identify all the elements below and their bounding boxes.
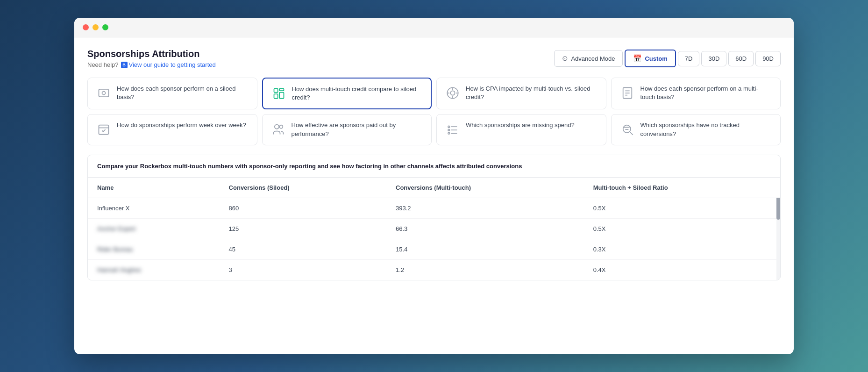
calendar-check-icon: [95, 121, 112, 138]
svg-line-27: [630, 132, 633, 135]
svg-point-22: [448, 133, 450, 135]
data-table: Name Conversions (Siloed) Conversions (M…: [88, 178, 780, 280]
svg-rect-2: [274, 89, 277, 93]
question-text-2: How is CPA impacted by multi-touch vs. s…: [466, 85, 598, 101]
cell-ratio-3: 0.4X: [584, 259, 780, 280]
cell-name-0: Influencer X: [88, 198, 220, 218]
period-90d-button[interactable]: 90D: [755, 51, 781, 66]
advanced-mode-icon: ⊙: [562, 54, 568, 63]
search-filter-icon: [619, 121, 636, 138]
question-card-7[interactable]: Which sponsorships have no tracked conve…: [611, 114, 781, 145]
col-header-name[interactable]: Name: [88, 178, 220, 198]
people-icon: [270, 121, 287, 138]
main-window: Sponsorships Attribution Need help? B Vi…: [74, 18, 794, 354]
cell-ratio-2: 0.3X: [584, 239, 780, 259]
question-text-0: How does each sponsor perform on a siloe…: [117, 85, 249, 101]
header-left: Sponsorships Attribution Need help? B Vi…: [87, 49, 216, 68]
cell-ratio-1: 0.5X: [584, 218, 780, 239]
cell-name-2: Rider Bureau: [88, 239, 220, 259]
guide-link[interactable]: B View our guide to getting started: [121, 61, 216, 68]
col-header-conv-siloed[interactable]: Conversions (Siloed): [220, 178, 386, 198]
cell-conv-siloed-3: 3: [220, 259, 386, 280]
question-text-4: How do sponsorships perform week over we…: [117, 121, 246, 129]
cell-conv-siloed-0: 860: [220, 198, 386, 218]
svg-rect-16: [99, 125, 109, 135]
svg-rect-3: [274, 94, 277, 98]
period-30d-button[interactable]: 30D: [701, 51, 726, 66]
compare-section: Compare your Rockerbox multi-touch numbe…: [87, 155, 781, 280]
question-card-6[interactable]: Which sponsorships are missing spend?: [436, 114, 606, 145]
maximize-button[interactable]: [102, 24, 108, 30]
svg-rect-4: [279, 89, 284, 91]
svg-point-21: [448, 129, 450, 131]
gear-settings-icon: [444, 85, 461, 101]
svg-point-7: [450, 91, 455, 95]
question-text-1: How does multi-touch credit compare to s…: [292, 85, 424, 102]
question-card-3[interactable]: How does each sponsor perform on a multi…: [611, 78, 781, 109]
need-help-label: Need help?: [87, 61, 119, 68]
cell-conv-siloed-2: 45: [220, 239, 386, 259]
main-content: Sponsorships Attribution Need help? B Vi…: [74, 37, 794, 292]
cell-name-3: Hannah Hughes: [88, 259, 220, 280]
col-header-conv-multi[interactable]: Conversions (Multi-touch): [386, 178, 584, 198]
compare-header: Compare your Rockerbox multi-touch numbe…: [88, 155, 780, 178]
cell-conv-multi-2: 15.4: [386, 239, 584, 259]
header-right: ⊙ Advanced Mode 📅 Custom 7D 30D 60D 90D: [554, 50, 781, 67]
svg-point-26: [623, 125, 630, 133]
question-text-6: Which sponsorships are missing spend?: [466, 121, 575, 129]
close-button[interactable]: [83, 24, 89, 30]
question-text-3: How does each sponsor perform on a multi…: [640, 85, 773, 101]
help-text: Need help? B View our guide to getting s…: [87, 61, 216, 68]
titlebar: [74, 18, 794, 37]
period-7d-button[interactable]: 7D: [678, 51, 700, 66]
col-header-ratio[interactable]: Multi-touch + Siloed Ratio: [584, 178, 780, 198]
svg-rect-5: [279, 93, 284, 99]
question-card-1[interactable]: How does multi-touch credit compare to s…: [262, 78, 432, 109]
svg-point-19: [279, 125, 283, 129]
svg-point-18: [274, 125, 278, 129]
period-60d-button[interactable]: 60D: [728, 51, 754, 66]
question-card-0[interactable]: How does each sponsor perform on a siloe…: [87, 78, 257, 109]
cell-conv-multi-0: 393.2: [386, 198, 584, 218]
svg-point-1: [102, 92, 106, 95]
table-body: Influencer X 860 393.2 0.5X Anchor Exper…: [88, 198, 780, 280]
guide-link-text: View our guide to getting started: [129, 61, 216, 68]
table-row: Rider Bureau 45 15.4 0.3X: [88, 239, 780, 259]
table-row: Influencer X 860 393.2 0.5X: [88, 198, 780, 218]
question-card-5[interactable]: How effective are sponsors paid out by p…: [262, 114, 432, 145]
custom-period-button[interactable]: 📅 Custom: [625, 50, 676, 67]
cell-conv-multi-1: 66.3: [386, 218, 584, 239]
question-text-7: Which sponsorships have no tracked conve…: [640, 121, 773, 138]
chart-icon: [270, 85, 287, 102]
question-card-4[interactable]: How do sponsorships perform week over we…: [87, 114, 257, 145]
table-header-row: Name Conversions (Siloed) Conversions (M…: [88, 178, 780, 198]
book-icon: B: [121, 62, 128, 68]
page-header: Sponsorships Attribution Need help? B Vi…: [87, 49, 781, 68]
table-row: Hannah Hughes 3 1.2 0.4X: [88, 259, 780, 280]
svg-point-20: [448, 126, 450, 128]
question-card-2[interactable]: How is CPA impacted by multi-touch vs. s…: [436, 78, 606, 109]
document-icon: [619, 85, 636, 101]
advanced-mode-label: Advanced Mode: [571, 55, 615, 62]
list-icon: [444, 121, 461, 138]
question-cards-grid: How does each sponsor perform on a siloe…: [87, 78, 781, 145]
question-text-5: How effective are sponsors paid out by p…: [292, 121, 424, 138]
minimize-button[interactable]: [92, 24, 99, 30]
advanced-mode-button[interactable]: ⊙ Advanced Mode: [554, 50, 623, 67]
eye-icon: [95, 85, 112, 101]
cell-conv-siloed-1: 125: [220, 218, 386, 239]
custom-label: Custom: [645, 55, 667, 62]
table-row: Anchor Expert 125 66.3 0.5X: [88, 218, 780, 239]
table-wrapper[interactable]: Name Conversions (Siloed) Conversions (M…: [88, 178, 780, 280]
cell-name-1: Anchor Expert: [88, 218, 220, 239]
calendar-icon: 📅: [633, 54, 642, 63]
svg-rect-0: [99, 89, 109, 97]
cell-ratio-0: 0.5X: [584, 198, 780, 218]
page-title: Sponsorships Attribution: [87, 49, 216, 59]
cell-conv-multi-3: 1.2: [386, 259, 584, 280]
